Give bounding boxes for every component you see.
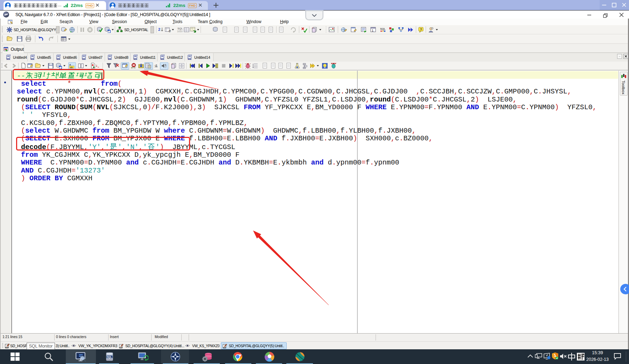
svg-text:SQL: SQL xyxy=(380,27,386,30)
svg-text:SQL: SQL xyxy=(30,58,35,60)
svg-text:SQL: SQL xyxy=(133,58,138,60)
svg-text:?: ? xyxy=(420,28,422,31)
svg-text:SQL: SQL xyxy=(160,58,165,60)
svg-text:2: 2 xyxy=(158,27,160,31)
svg-text:SQL: SQL xyxy=(56,58,61,60)
svg-text:SQL: SQL xyxy=(177,27,183,30)
svg-text:SQL: SQL xyxy=(6,58,11,60)
svg-text:σ: σ xyxy=(169,29,171,33)
svg-text:s: s xyxy=(165,64,166,66)
svg-text:SQL: SQL xyxy=(82,58,86,60)
svg-text:1: 1 xyxy=(372,29,373,32)
svg-text:SQL: SQL xyxy=(108,58,112,60)
svg-text:SQL: SQL xyxy=(188,58,192,60)
svg-text::&: :& xyxy=(154,64,158,68)
svg-text:ab: ab xyxy=(70,66,73,69)
svg-text:SQL: SQL xyxy=(107,356,112,358)
svg-text:1010: 1010 xyxy=(177,30,183,33)
svg-text:#FX!: #FX! xyxy=(131,66,136,69)
